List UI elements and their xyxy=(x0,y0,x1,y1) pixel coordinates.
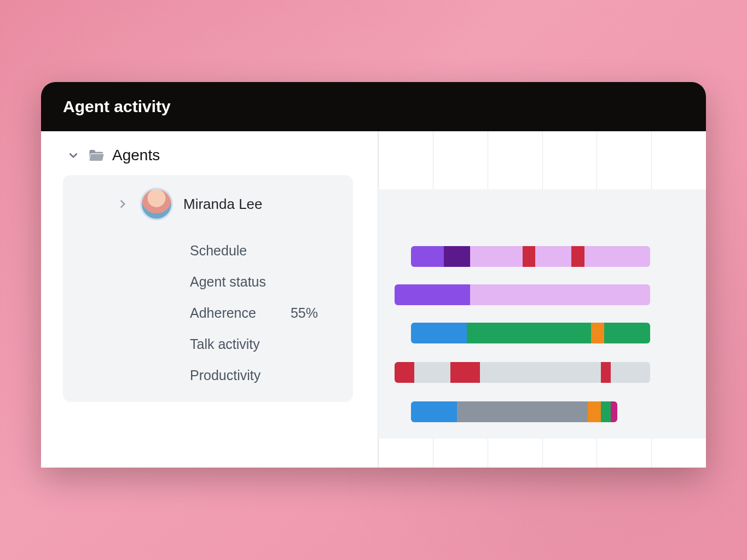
bar-segment xyxy=(470,284,650,305)
bar-segment xyxy=(604,323,650,343)
metric-value: 55% xyxy=(291,305,340,321)
metric-row-adherence[interactable]: Adherence 55% xyxy=(76,298,340,329)
bar-segment xyxy=(523,246,536,267)
timeline-bar-agent-status[interactable] xyxy=(395,284,650,305)
metric-row-productivity[interactable]: Productivity xyxy=(76,360,340,391)
metric-label: Productivity xyxy=(190,368,260,383)
bar-segment xyxy=(591,323,604,343)
metric-row-agent-status[interactable]: Agent status xyxy=(76,266,340,298)
card-header: Agent activity xyxy=(41,82,706,131)
agent-toggle-row[interactable]: Miranda Lee xyxy=(76,186,340,223)
timeline-bar-adherence[interactable] xyxy=(411,323,650,343)
card-title: Agent activity xyxy=(63,97,171,116)
avatar xyxy=(142,189,171,219)
group-label: Agents xyxy=(112,147,160,164)
bar-segment xyxy=(457,401,588,422)
bar-segment xyxy=(414,362,450,383)
metric-label: Adherence xyxy=(190,305,256,321)
timeline-bar-talk-activity[interactable] xyxy=(395,362,650,383)
bar-segment xyxy=(571,246,584,267)
bar-segment xyxy=(411,323,467,343)
bar-segment xyxy=(601,362,611,383)
agent-activity-card: Agent activity Agents Miranda Lee xyxy=(41,82,706,468)
chevron-right-icon xyxy=(115,197,130,211)
metric-row-talk-activity[interactable]: Talk activity xyxy=(76,329,340,360)
metric-row-schedule[interactable]: Schedule xyxy=(76,235,340,266)
bar-segment xyxy=(601,401,611,422)
bar-segment xyxy=(588,401,601,422)
bar-segment xyxy=(480,362,601,383)
folder-open-icon xyxy=(88,148,105,162)
bar-segment xyxy=(584,246,650,267)
card-body: Agents Miranda Lee Schedule Agent status xyxy=(41,131,706,468)
bar-segment xyxy=(467,323,592,343)
metric-label: Schedule xyxy=(190,243,247,259)
chevron-down-icon xyxy=(66,148,80,162)
bar-segment xyxy=(411,401,457,422)
metric-label: Talk activity xyxy=(190,336,260,352)
bar-segment xyxy=(611,362,650,383)
bar-segment xyxy=(611,401,617,422)
bar-segment xyxy=(470,246,523,267)
bar-segment xyxy=(444,246,470,267)
bar-segment xyxy=(535,246,571,267)
metric-label: Agent status xyxy=(190,274,266,290)
agent-card: Miranda Lee Schedule Agent status Adhere… xyxy=(63,175,353,402)
group-toggle-row[interactable]: Agents xyxy=(63,147,366,164)
bar-segment xyxy=(395,362,414,383)
bar-segment xyxy=(411,246,444,267)
bar-segment xyxy=(450,362,480,383)
bar-segment xyxy=(395,284,470,305)
left-pane: Agents Miranda Lee Schedule Agent status xyxy=(41,131,378,468)
agent-name: Miranda Lee xyxy=(183,196,263,213)
timeline-bar-productivity[interactable] xyxy=(411,401,617,422)
metric-list: Schedule Agent status Adherence 55% Talk… xyxy=(76,235,340,391)
timeline-pane xyxy=(378,131,706,468)
timeline-bar-schedule[interactable] xyxy=(411,246,650,267)
